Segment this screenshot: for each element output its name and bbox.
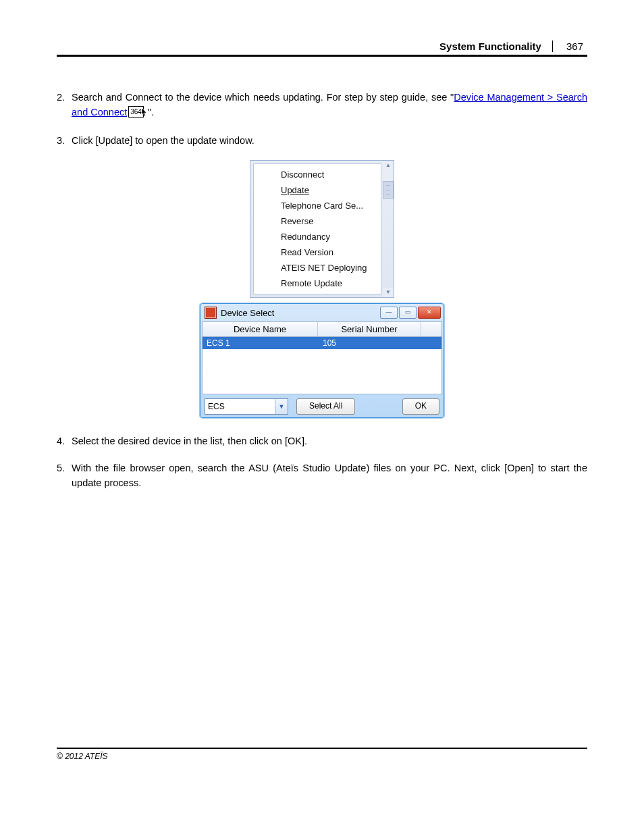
dialog-title: Device Select xyxy=(221,308,379,318)
col-spacer xyxy=(421,322,441,336)
cursor-icon xyxy=(141,107,148,122)
scroll-down-icon[interactable]: ▼ xyxy=(383,288,394,297)
close-button[interactable]: ✕ xyxy=(418,307,441,319)
header-title: System Functionality xyxy=(439,41,553,52)
minimize-button[interactable]: — xyxy=(380,307,398,319)
select-all-button[interactable]: Select All xyxy=(296,398,355,415)
menu-item-telephone-card[interactable]: Telephone Card Se... xyxy=(254,198,381,213)
ok-button[interactable]: OK xyxy=(402,398,439,415)
step-5: 5. With the file browser open, search th… xyxy=(57,461,587,491)
page-footer: © 2012 ATEÏS xyxy=(57,748,587,761)
step-number: 4. xyxy=(57,434,72,449)
page-header: System Functionality 367 xyxy=(57,41,587,57)
step-body: Select the desired device in the list, t… xyxy=(72,434,587,449)
step-body: Click [Update] to open the update window… xyxy=(72,134,587,149)
step-number: 3. xyxy=(57,134,72,149)
table-row[interactable]: ECS 1 105 xyxy=(203,337,441,349)
step-body: With the file browser open, search the A… xyxy=(72,461,587,491)
step-4: 4. Select the desired device in the list… xyxy=(57,434,587,449)
step-text-post: ". xyxy=(148,107,154,118)
menu-item-reverse[interactable]: Reverse xyxy=(254,213,381,229)
menu-item-ateis-net-deploying[interactable]: ATEIS NET Deploying xyxy=(254,260,381,276)
app-icon xyxy=(205,307,217,319)
dialog-titlebar: Device Select — ▭ ✕ xyxy=(202,305,442,321)
menu-item-disconnect[interactable]: Disconnect xyxy=(254,167,381,182)
dropdown-value: ECS xyxy=(208,402,225,411)
table-body: ECS 1 105 xyxy=(202,337,442,394)
menu-item-remote-update[interactable]: Remote Update xyxy=(254,276,381,291)
header-page-number: 367 xyxy=(553,41,587,52)
scrollbar-thumb[interactable] xyxy=(383,181,394,199)
cell-serial-number: 105 xyxy=(319,337,421,349)
step-number: 5. xyxy=(57,461,72,491)
col-serial-number[interactable]: Serial Number xyxy=(318,322,421,336)
menu-item-redundancy[interactable]: Redundancy xyxy=(254,229,381,244)
menu-item-read-version[interactable]: Read Version xyxy=(254,244,381,260)
device-type-dropdown[interactable]: ECS ▼ xyxy=(205,398,288,415)
step-number: 2. xyxy=(57,90,72,122)
cell-spacer xyxy=(421,337,441,349)
table-header: Device Name Serial Number xyxy=(202,321,442,337)
maximize-button[interactable]: ▭ xyxy=(399,307,417,319)
step-body: Search and Connect to the device which n… xyxy=(72,90,587,122)
chevron-down-icon: ▼ xyxy=(275,399,288,414)
col-device-name[interactable]: Device Name xyxy=(203,322,318,336)
device-select-dialog: Device Select — ▭ ✕ Device Name Serial N… xyxy=(200,303,444,418)
step-3: 3. Click [Update] to open the update win… xyxy=(57,134,587,149)
step-text-pre: Search and Connect to the device which n… xyxy=(72,92,454,103)
cell-device-name: ECS 1 xyxy=(203,337,319,349)
scroll-up-icon[interactable]: ▲ xyxy=(383,161,394,170)
menu-item-update[interactable]: Update xyxy=(254,182,381,198)
context-menu: ▲ ▼ Disconnect Update Telephone Card Se.… xyxy=(250,160,394,298)
step-2: 2. Search and Connect to the device whic… xyxy=(57,90,587,122)
dialog-footer: ECS ▼ Select All OK xyxy=(202,394,442,416)
